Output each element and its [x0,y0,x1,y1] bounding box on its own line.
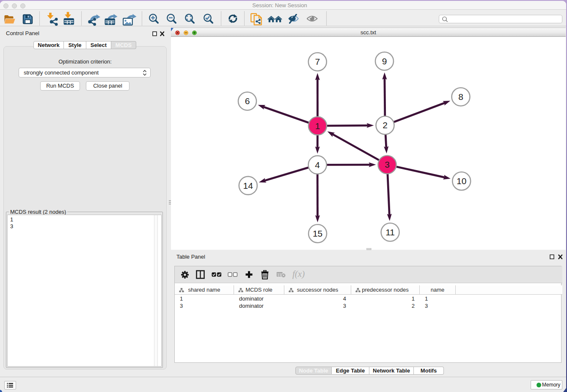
svg-text:2: 2 [383,120,388,130]
svg-text:8: 8 [458,92,463,102]
svg-text:9: 9 [382,56,387,66]
svg-text:15: 15 [313,229,322,238]
svg-text:6: 6 [245,96,250,106]
svg-text:11: 11 [385,227,395,237]
svg-text:14: 14 [243,181,253,190]
svg-text:3: 3 [385,160,390,169]
svg-text:7: 7 [315,57,320,66]
svg-text:1: 1 [315,121,320,131]
svg-text:4: 4 [315,160,320,170]
svg-text:10: 10 [457,176,466,186]
